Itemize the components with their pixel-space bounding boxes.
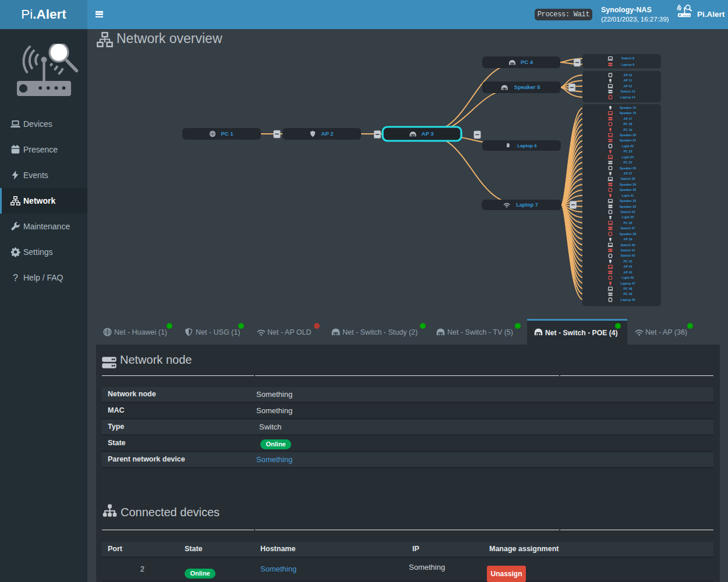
svg-text:Light 24: Light 24	[622, 155, 634, 159]
svg-text:Speaker 5: Speaker 5	[514, 84, 541, 90]
svg-text:Laptop 47: Laptop 47	[620, 282, 635, 285]
svg-text:AP 17: AP 17	[624, 117, 632, 120]
svg-text:Speaker 29: Speaker 29	[620, 183, 636, 186]
svg-text:AP 11: AP 11	[624, 79, 632, 82]
svg-text:Speaker 30: Speaker 30	[620, 188, 636, 191]
svg-text:Switch 8: Switch 8	[621, 56, 634, 60]
svg-text:Switch 41: Switch 41	[621, 249, 635, 252]
svg-text:Speaker 15: Speaker 15	[620, 106, 636, 109]
svg-text:Light 35: Light 35	[622, 215, 634, 219]
svg-text:Laptop 14: Laptop 14	[620, 95, 635, 99]
svg-text:Laptop 50: Laptop 50	[620, 298, 635, 301]
svg-text:Laptop 9: Laptop 9	[621, 63, 634, 66]
svg-text:AP 44: AP 44	[624, 265, 632, 268]
svg-text:Speaker 38: Speaker 38	[620, 232, 636, 236]
svg-text:Switch 28: Switch 28	[621, 177, 635, 180]
svg-text:AP 45: AP 45	[624, 271, 632, 274]
svg-text:Light 22: Light 22	[622, 144, 634, 148]
svg-text:Speaker 32: Speaker 32	[620, 199, 636, 203]
svg-text:Speaker 21: Speaker 21	[620, 139, 636, 142]
svg-text:PC 19: PC 19	[624, 128, 632, 132]
svg-text:AP 10: AP 10	[624, 73, 632, 77]
svg-text:PC 4: PC 4	[521, 59, 533, 65]
svg-text:Switch 42: Switch 42	[621, 254, 635, 257]
svg-text:PC 1: PC 1	[221, 130, 234, 137]
svg-text:AP 39: AP 39	[624, 237, 632, 241]
svg-text:Light 31: Light 31	[622, 194, 634, 197]
svg-text:Laptop 7: Laptop 7	[516, 202, 538, 208]
svg-text:Switch 34: Switch 34	[621, 210, 635, 214]
svg-text:PC 36: PC 36	[624, 221, 632, 225]
svg-text:PC 43: PC 43	[624, 260, 632, 263]
svg-text:AP 2: AP 2	[321, 130, 334, 137]
svg-text:Light 46: Light 46	[622, 276, 634, 279]
svg-text:Speaker 16: Speaker 16	[620, 111, 636, 115]
svg-text:Switch 40: Switch 40	[621, 243, 635, 247]
svg-text:AP 27: AP 27	[624, 172, 632, 175]
svg-text:PC 23: PC 23	[624, 150, 632, 153]
svg-text:Switch 37: Switch 37	[621, 226, 635, 230]
svg-text:PC 18: PC 18	[624, 122, 632, 126]
svg-text:Speaker 33: Speaker 33	[620, 205, 636, 208]
svg-text:Speaker 26: Speaker 26	[620, 166, 636, 170]
svg-text:Laptop 6: Laptop 6	[517, 143, 537, 148]
svg-text:PC 48: PC 48	[624, 287, 632, 290]
svg-text:PC 49: PC 49	[624, 292, 632, 296]
svg-text:PC 25: PC 25	[624, 161, 632, 164]
svg-text:AP 3: AP 3	[422, 130, 434, 137]
svg-text:AP 12: AP 12	[624, 84, 632, 88]
svg-text:Switch 13: Switch 13	[621, 90, 635, 93]
svg-text:Speaker 20: Speaker 20	[620, 133, 636, 137]
